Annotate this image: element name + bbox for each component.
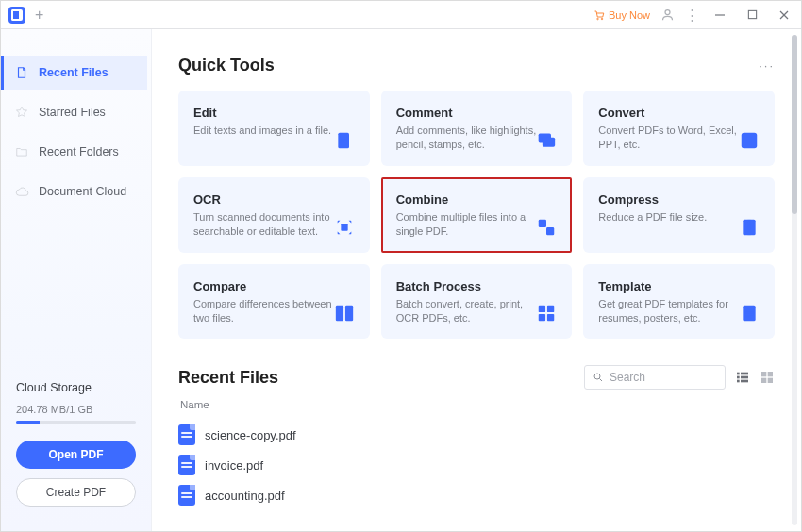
window-minimize-button[interactable] bbox=[709, 5, 731, 25]
search-icon bbox=[593, 372, 604, 383]
file-icon bbox=[14, 65, 29, 80]
tool-card-edit[interactable]: EditEdit texts and images in a file. bbox=[178, 91, 370, 166]
svg-rect-10 bbox=[340, 141, 343, 142]
svg-rect-38 bbox=[737, 376, 740, 379]
sidebar-item-recent-files[interactable]: Recent Files bbox=[1, 56, 147, 90]
ocr-icon bbox=[332, 215, 357, 240]
svg-rect-19 bbox=[747, 221, 749, 223]
cloud-storage-used: 204.78 MB/1 GB bbox=[16, 404, 136, 415]
sidebar-item-starred-files[interactable]: Starred Files bbox=[1, 95, 147, 129]
batch-process-icon bbox=[534, 301, 559, 325]
svg-rect-44 bbox=[761, 378, 766, 383]
open-pdf-button[interactable]: Open PDF bbox=[16, 441, 136, 469]
tool-card-compress[interactable]: CompressReduce a PDF file size. bbox=[583, 177, 775, 253]
column-header-name: Name bbox=[180, 399, 784, 410]
template-icon bbox=[737, 301, 761, 325]
tool-description: Combine multiple files into a single PDF… bbox=[396, 210, 538, 240]
file-row[interactable]: science-copy.pdf bbox=[178, 420, 784, 450]
sidebar: Recent Files Starred Files Recent Folder… bbox=[1, 29, 152, 531]
tool-card-compare[interactable]: CompareCompare differences between two f… bbox=[178, 264, 370, 340]
search-placeholder: Search bbox=[610, 371, 645, 384]
tool-description: Turn scanned documents into searchable o… bbox=[193, 210, 335, 240]
tool-description: Compare differences between two files. bbox=[193, 297, 335, 326]
sidebar-item-label: Recent Folders bbox=[39, 145, 119, 158]
create-pdf-button[interactable]: Create PDF bbox=[16, 478, 136, 507]
tool-title: Batch Process bbox=[396, 279, 558, 293]
svg-rect-28 bbox=[547, 314, 554, 321]
svg-rect-25 bbox=[539, 306, 545, 312]
tool-description: Convert PDFs to Word, Excel, PPT, etc. bbox=[598, 124, 740, 153]
svg-rect-14 bbox=[341, 224, 347, 230]
cloud-storage-panel: Cloud Storage 204.78 MB/1 GB Open PDF Cr… bbox=[1, 381, 151, 531]
svg-rect-12 bbox=[543, 137, 555, 146]
scrollbar-thumb[interactable] bbox=[792, 35, 797, 214]
svg-rect-36 bbox=[737, 373, 740, 375]
file-row[interactable]: accounting.pdf bbox=[178, 480, 784, 510]
tool-card-convert[interactable]: ConvertConvert PDFs to Word, Excel, PPT,… bbox=[583, 91, 775, 166]
convert-icon bbox=[737, 128, 761, 153]
tool-description: Add comments, like highlights, pencil, s… bbox=[396, 124, 538, 153]
comment-icon bbox=[534, 128, 559, 153]
svg-point-0 bbox=[597, 18, 599, 20]
svg-rect-39 bbox=[741, 376, 748, 379]
svg-point-34 bbox=[594, 374, 600, 379]
window-titlebar: + Buy Now ⋮ bbox=[1, 1, 801, 29]
cloud-storage-progress bbox=[16, 421, 136, 424]
pdf-file-icon bbox=[178, 485, 195, 506]
window-close-button[interactable] bbox=[773, 5, 795, 25]
svg-rect-8 bbox=[340, 136, 346, 137]
tool-title: Template bbox=[598, 279, 760, 293]
svg-rect-32 bbox=[745, 314, 753, 315]
search-input[interactable]: Search bbox=[584, 365, 726, 390]
user-icon[interactable] bbox=[660, 8, 675, 23]
svg-rect-15 bbox=[539, 219, 546, 226]
svg-rect-16 bbox=[546, 227, 554, 235]
tool-card-combine[interactable]: CombineCombine multiple files into a sin… bbox=[381, 177, 573, 253]
tool-card-comment[interactable]: CommentAdd comments, like highlights, pe… bbox=[381, 91, 573, 166]
combine-icon bbox=[534, 215, 559, 240]
tool-card-ocr[interactable]: OCRTurn scanned documents into searchabl… bbox=[178, 177, 370, 253]
file-row[interactable]: invoice.pdf bbox=[178, 450, 784, 480]
svg-point-1 bbox=[601, 18, 603, 20]
tool-title: Comment bbox=[396, 106, 558, 120]
tool-title: Compare bbox=[193, 279, 355, 293]
view-list-button[interactable] bbox=[735, 370, 750, 385]
new-tab-button[interactable]: + bbox=[35, 8, 43, 23]
svg-rect-13 bbox=[742, 133, 758, 149]
tool-card-batch-process[interactable]: Batch ProcessBatch convert, create, prin… bbox=[381, 264, 573, 340]
sidebar-item-document-cloud[interactable]: Document Cloud bbox=[1, 175, 147, 208]
svg-rect-29 bbox=[743, 306, 755, 322]
svg-rect-45 bbox=[768, 378, 773, 383]
tool-card-template[interactable]: TemplateGet great PDF templates for resu… bbox=[583, 264, 775, 340]
quick-tools-menu-icon[interactable]: ··· bbox=[759, 58, 775, 73]
sidebar-item-label: Recent Files bbox=[39, 66, 109, 79]
svg-rect-24 bbox=[345, 306, 353, 322]
file-name: accounting.pdf bbox=[205, 489, 285, 503]
tool-description: Reduce a PDF file size. bbox=[598, 210, 740, 224]
sidebar-item-label: Starred Files bbox=[39, 106, 106, 119]
svg-rect-21 bbox=[747, 225, 749, 227]
main-content: Quick Tools ··· EditEdit texts and image… bbox=[152, 29, 801, 531]
scrollbar[interactable] bbox=[792, 35, 797, 525]
sidebar-item-recent-folders[interactable]: Recent Folders bbox=[1, 135, 147, 169]
tool-title: Combine bbox=[396, 192, 558, 207]
tool-description: Get great PDF templates for resumes, pos… bbox=[598, 297, 740, 326]
svg-rect-22 bbox=[749, 227, 751, 229]
edit-icon bbox=[332, 128, 357, 153]
compress-icon bbox=[737, 215, 761, 240]
pdf-file-icon bbox=[178, 455, 195, 475]
buy-now-label: Buy Now bbox=[609, 9, 650, 21]
svg-rect-9 bbox=[340, 139, 346, 140]
view-grid-button[interactable] bbox=[760, 370, 775, 385]
kebab-menu-icon[interactable]: ⋮ bbox=[684, 8, 699, 23]
svg-rect-42 bbox=[761, 372, 766, 376]
buy-now-link[interactable]: Buy Now bbox=[593, 9, 650, 21]
svg-rect-23 bbox=[335, 306, 343, 322]
compare-icon bbox=[332, 301, 357, 325]
svg-rect-40 bbox=[737, 380, 740, 383]
window-maximize-button[interactable] bbox=[741, 5, 763, 25]
cloud-icon bbox=[14, 184, 29, 199]
svg-rect-37 bbox=[741, 373, 748, 375]
file-name: science-copy.pdf bbox=[205, 428, 296, 442]
svg-rect-26 bbox=[547, 306, 554, 312]
